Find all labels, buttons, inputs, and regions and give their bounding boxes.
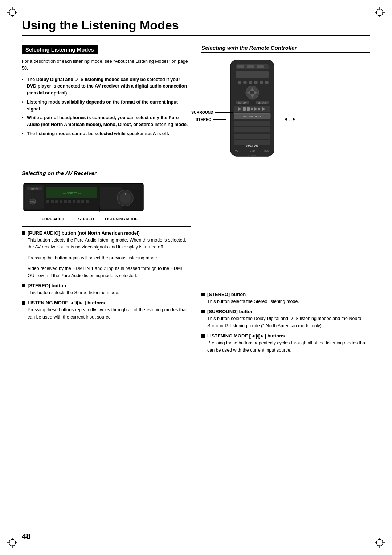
corner-mark-tl — [7, 7, 18, 18]
intro-text: For a description of each listening mode… — [22, 58, 191, 72]
stereo-label-item: STEREO — [78, 217, 94, 221]
surround-heading: [SURROUND] button — [201, 309, 370, 314]
stereo-right-section: [STEREO] button This button selects the … — [201, 292, 370, 305]
pure-audio-heading: [PURE AUDIO] button (not North American … — [22, 230, 191, 236]
bullet-list: The Dolby Digital and DTS listening mode… — [22, 76, 191, 137]
svg-point-28 — [249, 81, 252, 84]
receiver-image-wrap: ONKYO PWR --- ONKYO --- — [22, 182, 191, 221]
arrow-indicators: ◄ , ► — [283, 116, 297, 122]
svg-rect-74 — [77, 200, 80, 203]
svg-text:RC-681M: RC-681M — [248, 154, 256, 157]
svg-rect-24 — [257, 65, 264, 68]
stereo-receiver-label: STEREO — [78, 217, 94, 221]
sq-bullet-4 — [201, 293, 205, 296]
svg-rect-76 — [86, 200, 89, 203]
pure-audio-label-item: PURE AUDIO — [42, 217, 66, 221]
sq-bullet-5 — [201, 310, 205, 313]
receiver-section-heading: Selecting on the AV Receiver — [22, 170, 191, 178]
listening-mode-left-heading: LISTENING MODE ◄]/[► ] buttons — [22, 300, 191, 305]
surround-para: This button selects the Dolby Digital an… — [201, 315, 370, 329]
stereo-left-para: This button selects the Stereo listening… — [22, 289, 191, 296]
stereo-left-heading: [STEREO] button — [22, 283, 191, 288]
bullet-item-1: The Dolby Digital and DTS listening mode… — [22, 76, 191, 97]
svg-rect-53 — [234, 127, 270, 132]
svg-text:SETUP: SETUP — [238, 102, 246, 104]
svg-text:VCR ——— DVD ——— HDD: VCR ——— DVD ——— HDD — [235, 150, 270, 152]
listening-mode-left-section: LISTENING MODE ◄]/[► ] buttons Pressing … — [22, 300, 191, 321]
bottom-left-col: Selecting on the AV Receiver ONKYO PWR -… — [22, 170, 191, 357]
stereo-right-heading: [STEREO] button — [201, 292, 370, 297]
svg-point-31 — [265, 81, 269, 84]
svg-rect-73 — [73, 200, 75, 203]
right-section-heading: Selecting with the Remote Controller — [201, 45, 370, 53]
listening-mode-label: LISTENING MODE — [105, 217, 138, 221]
main-title: Using the Listening Modes — [22, 18, 370, 36]
sq-bullet-3 — [22, 301, 25, 305]
stereo-label: STEREO — [196, 117, 211, 122]
svg-text:---  ONKYO  ---: --- ONKYO --- — [63, 191, 81, 195]
remote-image-wrap: SURROUND STEREO ◄ , ► — [223, 56, 281, 163]
listening-mode-right-para: Pressing these buttons repeatedly cycles… — [201, 340, 370, 354]
listening-mode-left-para: Pressing these buttons repeatedly cycles… — [22, 307, 191, 321]
left-section-heading: Selecting Listening Modes — [22, 45, 98, 54]
stereo-left-section: [STEREO] button This button selects the … — [22, 283, 191, 296]
bullet-item-4: The listening modes cannot be selected w… — [22, 130, 191, 137]
receiver-svg: ONKYO PWR --- ONKYO --- — [22, 182, 145, 214]
svg-rect-25 — [236, 71, 269, 78]
svg-rect-45 — [247, 107, 250, 111]
remote-svg: SETUP RETURN LISTENING MODE — [223, 56, 281, 162]
svg-point-30 — [260, 81, 263, 84]
svg-text:RETURN: RETURN — [258, 102, 267, 104]
svg-point-27 — [243, 81, 247, 84]
top-two-col: Selecting Listening Modes For a descript… — [22, 45, 370, 163]
divider-left — [22, 226, 191, 227]
svg-text:ONKYO: ONKYO — [30, 188, 38, 190]
svg-rect-70 — [60, 200, 62, 203]
receiver-labels: PURE AUDIO STEREO LISTENING MODE — [29, 217, 191, 221]
divider-right — [201, 288, 370, 288]
sq-bullet-1 — [22, 231, 25, 235]
stereo-label-wrap: STEREO — [196, 117, 226, 122]
sq-bullet-6 — [201, 334, 205, 338]
bottom-two-col-main: Selecting on the AV Receiver ONKYO PWR -… — [22, 170, 370, 357]
svg-rect-52 — [234, 121, 270, 126]
listening-mode-label-item: LISTENING MODE — [105, 217, 138, 221]
stereo-right-para: This button selects the Stereo listening… — [201, 298, 370, 305]
remote-container: SURROUND STEREO ◄ , ► — [201, 56, 370, 163]
corner-mark-bl — [7, 537, 18, 548]
listening-mode-right-section: LISTENING MODE [◄]/[►] buttons Pressing … — [201, 333, 370, 354]
svg-rect-22 — [237, 65, 244, 68]
surround-label: SURROUND — [191, 110, 213, 114]
pure-audio-para-2: Pressing this button again will select t… — [22, 255, 191, 262]
svg-text:ONKYO: ONKYO — [246, 144, 258, 148]
pure-audio-label: PURE AUDIO — [42, 217, 66, 221]
svg-text:LISTENING MODE: LISTENING MODE — [243, 116, 261, 118]
bullet-item-2: Listening mode availability depends on t… — [22, 99, 191, 113]
pure-audio-section: [PURE AUDIO] button (not North American … — [22, 230, 191, 279]
svg-text:PWR: PWR — [30, 201, 35, 203]
svg-rect-44 — [243, 107, 246, 111]
surround-section: [SURROUND] button This button selects th… — [201, 309, 370, 329]
bottom-right-col: [STEREO] button This button selects the … — [201, 170, 370, 357]
sq-bullet-2 — [22, 284, 25, 287]
svg-rect-68 — [51, 200, 54, 203]
svg-rect-67 — [46, 200, 49, 203]
svg-rect-75 — [81, 200, 84, 203]
corner-mark-tr — [374, 7, 385, 18]
corner-mark-br — [374, 537, 385, 548]
svg-rect-54 — [234, 134, 270, 139]
listening-mode-right-heading: LISTENING MODE [◄]/[►] buttons — [201, 333, 370, 339]
left-column: Selecting Listening Modes For a descript… — [22, 45, 191, 163]
svg-point-29 — [254, 81, 258, 84]
page-number: 48 — [22, 532, 30, 541]
svg-rect-71 — [64, 200, 67, 203]
surround-label-wrap: SURROUND — [191, 110, 233, 114]
left-button-descriptions: [PURE AUDIO] button (not North American … — [22, 230, 191, 321]
svg-rect-69 — [55, 200, 58, 203]
pure-audio-para-3: Video received by the HDMI IN 1 and 2 in… — [22, 265, 191, 279]
right-column: Selecting with the Remote Controller SUR… — [201, 45, 370, 163]
pure-audio-para-1: This button selects the Pure Audio liste… — [22, 237, 191, 251]
svg-rect-72 — [68, 200, 71, 203]
svg-rect-23 — [247, 65, 254, 68]
bullet-item-3: While a pair of headphones is connected,… — [22, 114, 191, 128]
